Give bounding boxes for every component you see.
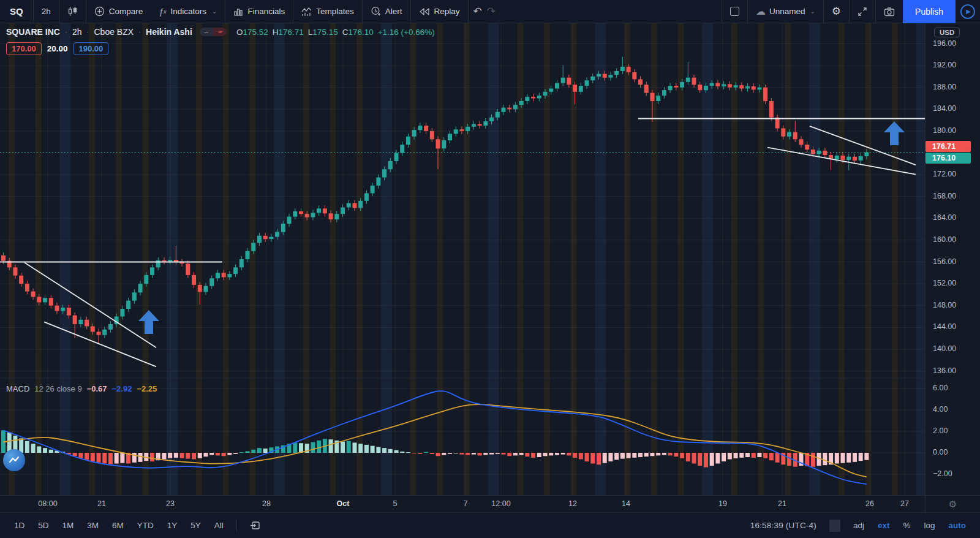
ext-toggle[interactable]: ext (872, 518, 895, 532)
price-tick-label: 196.00 (933, 39, 956, 48)
range-1m[interactable]: 1M (57, 518, 80, 532)
price-tick-label: 188.00 (933, 83, 956, 91)
time-tick-label: 21 (778, 499, 786, 508)
time-axis[interactable]: 08:00212328Oct5712:00121419212627 (0, 495, 925, 512)
price-tick-label: 184.00 (933, 104, 956, 113)
time-tick-label: 26 (865, 499, 874, 508)
macd-legend[interactable]: MACD 12 26 close 9 −0.67 −2.92 −2.25 (6, 384, 157, 393)
range-5d[interactable]: 5D (32, 518, 54, 532)
adj-toggle[interactable]: adj (848, 518, 870, 532)
clock[interactable]: 16:58:39 (UTC-4) (745, 518, 822, 532)
layout-name: Unnamed (769, 7, 805, 16)
macd-histogram (1, 430, 869, 467)
chart-settings-button[interactable]: ⚙ (824, 0, 849, 23)
alert-price-high[interactable]: 190.00 (74, 42, 109, 55)
templates-button[interactable]: Templates (293, 0, 362, 23)
legend-visibility-toggle[interactable]: – ≈ (200, 28, 227, 36)
fullscreen-button[interactable] (850, 0, 875, 23)
macd-line-value: −2.92 (112, 384, 132, 393)
range-5y[interactable]: 5Y (185, 518, 206, 532)
price-tick-label: 156.00 (933, 257, 956, 266)
price-alert-labels: 170.00 20.00 190.00 (6, 42, 108, 55)
high-price-badge: 176.71 (925, 141, 971, 152)
camera-icon (884, 7, 895, 17)
price-tick-label: 168.00 (933, 192, 956, 200)
time-tick-label: 19 (718, 499, 727, 508)
price-tick-label: 172.00 (933, 170, 956, 178)
financials-button[interactable]: Financials (225, 0, 293, 23)
macd-tick-label: 4.00 (933, 405, 948, 414)
redo-icon: ↷ (487, 5, 496, 18)
chevron-down-icon: ⌄ (212, 8, 217, 15)
percent-toggle[interactable]: % (897, 518, 916, 532)
legend-chart-type[interactable]: Heikin Ashi (146, 27, 192, 37)
range-1y[interactable]: 1Y (162, 518, 183, 532)
bar-chart-icon (233, 7, 243, 17)
legend-interval[interactable]: 2h (72, 27, 82, 37)
price-tick-label: 160.00 (933, 235, 956, 244)
wave-icon[interactable]: ≈ (213, 28, 227, 36)
log-toggle[interactable]: log (918, 518, 940, 532)
plus-circle-icon (94, 6, 105, 17)
arrow-up-drawing (138, 310, 159, 334)
zigzag-icon (301, 7, 312, 17)
chevron-down-icon: ⌄ (810, 8, 815, 15)
macd-params: 12 26 close 9 (34, 384, 81, 393)
legend-exchange[interactable]: Cboe BZX (94, 27, 134, 37)
undo-icon: ↶ (473, 5, 482, 18)
symbol-button[interactable]: SQ (0, 0, 33, 23)
rewind-icon (419, 7, 430, 16)
time-tick-label: 12:00 (491, 499, 510, 508)
compare-button[interactable]: Compare (86, 0, 151, 23)
time-tick-label: 21 (97, 499, 106, 508)
time-tick-label: 28 (262, 499, 271, 508)
alert-button[interactable]: Alert (363, 0, 410, 23)
price-tick-label: 148.00 (933, 301, 956, 309)
price-tick-label: 180.00 (933, 126, 956, 135)
range-1d[interactable]: 1D (9, 518, 30, 532)
auto-toggle[interactable]: auto (943, 518, 972, 532)
price-axis[interactable]: USD 196.00192.00188.00184.00180.00172.00… (925, 23, 980, 495)
save-layout-button[interactable]: ☁ Unnamed ⌄ (748, 0, 823, 23)
redo-button[interactable]: ↷ (487, 0, 500, 23)
play-idea-button[interactable]: ▶ (960, 4, 975, 19)
chart-legend: SQUARE INC · 2h · Cboe BZX · Heikin Ashi… (6, 27, 435, 37)
macd-tick-label: 6.00 (933, 384, 948, 392)
hide-icon[interactable]: – (200, 28, 213, 36)
legend-symbol[interactable]: SQUARE INC (6, 27, 60, 37)
snapshot-button[interactable] (876, 0, 903, 23)
time-tick-label: 08:00 (38, 499, 57, 508)
range-3m[interactable]: 3M (81, 518, 104, 532)
go-to-date-button[interactable] (244, 518, 266, 532)
candlestick-icon (67, 6, 78, 17)
alarm-clock-icon (371, 6, 381, 17)
indicators-button[interactable]: ƒx Indicators ⌄ (151, 0, 225, 23)
macd-hist-value: −0.67 (87, 384, 107, 393)
range-ytd[interactable]: YTD (132, 518, 159, 532)
gear-icon: ⚙ (949, 499, 957, 510)
axis-settings-corner[interactable]: ⚙ (925, 495, 980, 512)
macd-signal-value: −2.25 (137, 384, 157, 393)
undo-button[interactable]: ↶ (469, 0, 487, 23)
price-tick-label: 144.00 (933, 322, 956, 331)
price-tick-label: 152.00 (933, 279, 956, 287)
interval-button[interactable]: 2h (34, 0, 59, 23)
alert-price-low[interactable]: 170.00 (6, 42, 42, 55)
time-tick-label: 14 (622, 499, 630, 508)
last-price-badge: 176.10 (925, 153, 971, 164)
chart-style-button[interactable] (59, 0, 86, 23)
layout-select-button[interactable] (722, 0, 747, 23)
bottom-toolbar: 1D 5D 1M 3M 6M YTD 1Y 5Y All 16:58:39 (U… (0, 512, 980, 538)
price-tick-label: 140.00 (933, 344, 956, 353)
currency-chip[interactable]: USD (934, 28, 960, 37)
replay-button[interactable]: Replay (411, 0, 468, 23)
range-6m[interactable]: 6M (107, 518, 129, 532)
ohlc-values: O175.52 H176.71 L175.15 C176.10 +1.16 (+… (236, 28, 435, 37)
tradingview-app: { "toolbar": { "symbol": "SQ", "interval… (0, 0, 980, 538)
main-chart[interactable] (0, 0, 925, 495)
price-tick-label: 192.00 (933, 61, 956, 69)
macd-tick-label: 0.00 (933, 448, 948, 457)
session-stripes (9, 23, 925, 495)
range-all[interactable]: All (209, 518, 229, 532)
publish-button[interactable]: Publish (903, 0, 956, 23)
